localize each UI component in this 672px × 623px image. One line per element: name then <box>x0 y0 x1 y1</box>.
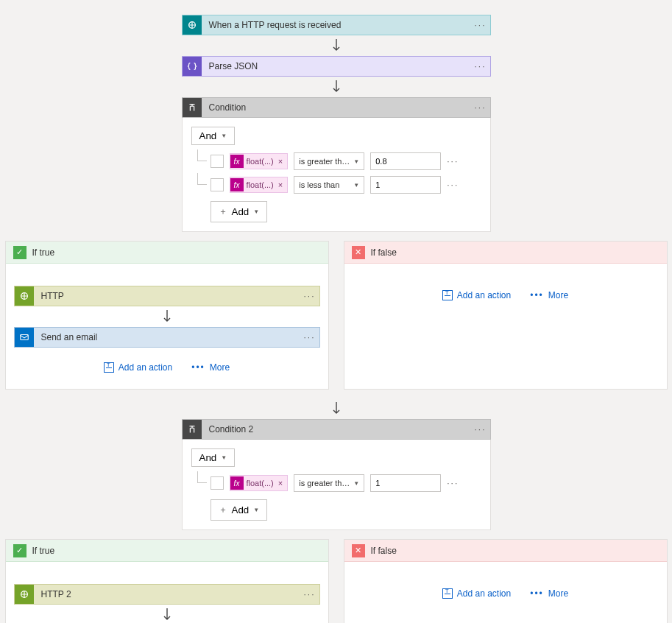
branch-actions: Add an action ••• More <box>442 588 568 599</box>
fx-icon: fx <box>230 178 244 191</box>
step-title: Send an email <box>34 328 300 347</box>
step-menu[interactable]: ··· <box>471 424 490 434</box>
plus-icon: ＋ <box>219 205 227 218</box>
row-menu[interactable]: ··· <box>447 156 459 166</box>
step-title: Condition <box>202 98 471 117</box>
condition-branches: ✓ If true HTTP ··· Send an email ··· <box>0 241 672 390</box>
condition-step[interactable]: Condition ··· <box>182 97 491 118</box>
row-menu[interactable]: ··· <box>447 180 459 190</box>
rule-checkbox[interactable] <box>211 178 224 191</box>
operator-select[interactable]: is greater than o... ▼ <box>294 152 364 170</box>
check-icon: ✓ <box>13 246 26 259</box>
row-menu[interactable]: ··· <box>447 478 459 488</box>
operator-value: is greater than o... <box>299 479 353 488</box>
more-link[interactable]: ••• More <box>530 290 568 300</box>
fx-text: float(...) <box>247 180 274 189</box>
group-operator-dropdown[interactable]: And ▼ <box>191 127 236 145</box>
operator-select[interactable]: is greater than o... ▼ <box>294 474 364 492</box>
operator-select[interactable]: is less than ▼ <box>294 176 364 194</box>
value-input[interactable] <box>370 152 441 170</box>
operator-value: is less than <box>299 180 339 189</box>
step-menu[interactable]: ··· <box>300 332 319 342</box>
step-menu[interactable]: ··· <box>300 291 319 301</box>
arrow-icon <box>161 605 173 623</box>
add-action-link[interactable]: Add an action <box>442 290 511 300</box>
outlook-icon <box>15 328 34 347</box>
insert-icon <box>442 588 453 599</box>
fx-icon: fx <box>230 476 244 490</box>
rules-list: fx float(...) × is greater than o... ▼ ·… <box>191 152 481 194</box>
branch-header-true: ✓ If true <box>6 540 328 562</box>
dots-icon: ••• <box>191 362 205 373</box>
value-input[interactable] <box>370 176 441 194</box>
chevron-down-icon: ▼ <box>253 208 259 215</box>
chevron-down-icon: ▼ <box>221 133 227 139</box>
expression-token[interactable]: fx float(...) × <box>230 177 289 193</box>
insert-icon <box>442 290 453 300</box>
add-action-label: Add an action <box>457 588 511 599</box>
rule-checkbox[interactable] <box>211 476 224 490</box>
http-action-step-2[interactable]: HTTP 2 ··· <box>14 584 320 605</box>
step-menu[interactable]: ··· <box>471 20 490 30</box>
check-icon: ✓ <box>13 544 26 557</box>
rules-list: fx float(...) × is greater than o... ▼ ·… <box>191 474 481 492</box>
if-true-branch-2: ✓ If true HTTP 2 ··· Send an email 2 ··· <box>5 539 329 623</box>
add-rule-button[interactable]: ＋ Add ▼ <box>211 201 268 222</box>
step-menu[interactable]: ··· <box>471 61 490 71</box>
remove-icon[interactable]: × <box>277 180 284 189</box>
chevron-down-icon: ▼ <box>353 158 359 165</box>
more-link[interactable]: ••• More <box>191 362 230 373</box>
group-operator-dropdown[interactable]: And ▼ <box>191 448 236 467</box>
more-label: More <box>548 588 568 599</box>
chevron-down-icon: ▼ <box>353 182 359 189</box>
add-action-link[interactable]: Add an action <box>442 588 511 599</box>
dots-icon: ••• <box>530 290 544 300</box>
step-menu[interactable]: ··· <box>471 102 490 113</box>
if-false-branch: ✕ If false Add an action ••• More <box>344 241 668 390</box>
parse-json-step[interactable]: Parse JSON ··· <box>182 56 491 77</box>
trigger-step[interactable]: When a HTTP request is received ··· <box>182 15 491 35</box>
step-title: HTTP <box>34 286 300 306</box>
step-menu[interactable]: ··· <box>300 589 319 599</box>
step-title: Parse JSON <box>202 57 471 76</box>
add-action-label: Add an action <box>457 290 511 300</box>
rule-row: fx float(...) × is greater than o... ▼ ·… <box>191 152 481 170</box>
value-input[interactable] <box>370 474 441 492</box>
rule-checkbox[interactable] <box>211 155 224 168</box>
rule-row: fx float(...) × is greater than o... ▼ ·… <box>191 474 481 492</box>
arrow-icon <box>330 398 342 419</box>
remove-icon[interactable]: × <box>277 157 284 166</box>
more-label: More <box>210 362 230 373</box>
condition-body: And ▼ fx float(...) × is greater than o.… <box>182 118 491 232</box>
operator-value: is greater than o... <box>299 157 353 166</box>
close-icon: ✕ <box>352 246 365 259</box>
svg-rect-2 <box>20 335 28 340</box>
http-action-step[interactable]: HTTP ··· <box>14 286 320 306</box>
operator-label: And <box>199 452 217 463</box>
chevron-down-icon: ▼ <box>253 507 259 513</box>
send-email-step[interactable]: Send an email ··· <box>14 327 320 348</box>
branch-label: If true <box>32 546 55 556</box>
branch-actions: Add an action ••• More <box>442 290 568 300</box>
add-action-link[interactable]: Add an action <box>104 362 172 373</box>
if-true-branch: ✓ If true HTTP ··· Send an email ··· <box>5 241 329 390</box>
if-false-branch-2: ✕ If false Add an action ••• More <box>344 539 668 623</box>
fx-icon: fx <box>230 155 244 168</box>
remove-icon[interactable]: × <box>277 479 284 488</box>
rule-row: fx float(...) × is less than ▼ ··· <box>191 176 481 194</box>
expression-token[interactable]: fx float(...) × <box>230 475 289 491</box>
step-title: When a HTTP request is received <box>202 15 471 35</box>
add-rule-button[interactable]: ＋ Add ▼ <box>211 499 268 521</box>
add-action-label: Add an action <box>119 362 172 373</box>
expression-token[interactable]: fx float(...) × <box>230 153 289 169</box>
fx-text: float(...) <box>247 479 274 488</box>
more-link[interactable]: ••• More <box>530 588 568 599</box>
condition-step-2[interactable]: Condition 2 ··· <box>182 419 491 440</box>
dots-icon: ••• <box>530 588 544 599</box>
condition-branches-2: ✓ If true HTTP 2 ··· Send an email 2 ··· <box>0 539 672 623</box>
chevron-down-icon: ▼ <box>221 454 227 461</box>
branch-label: If false <box>371 247 397 258</box>
chevron-down-icon: ▼ <box>353 480 359 487</box>
http-icon <box>15 585 34 604</box>
fx-text: float(...) <box>247 157 274 166</box>
